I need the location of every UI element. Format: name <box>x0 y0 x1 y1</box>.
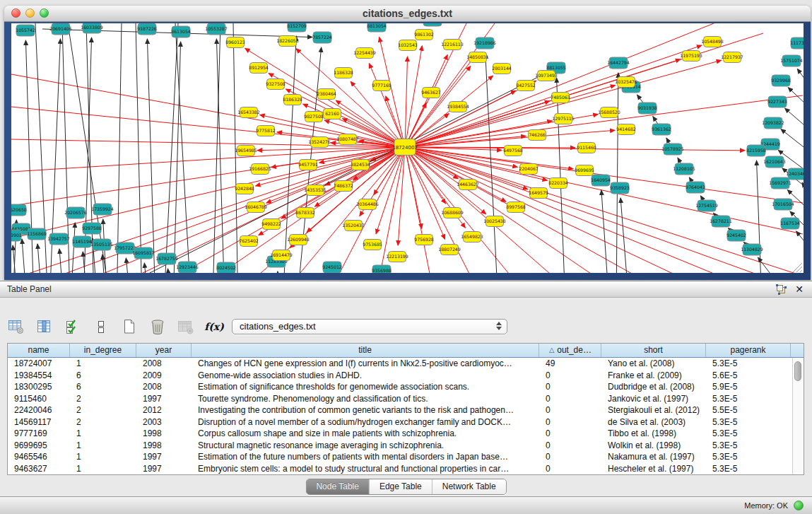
network-node-teal[interactable]: 17359924 <box>91 204 114 215</box>
network-node-teal[interactable]: 9227343 <box>767 96 787 107</box>
column-header-indegree[interactable]: in_degree <box>70 344 136 357</box>
network-node-yellow[interactable]: 18226058 <box>276 36 299 47</box>
network-node-yellow[interactable]: 10973493 <box>535 71 558 81</box>
show-columns-button[interactable] <box>34 317 55 337</box>
network-node-teal[interactable]: 13505135 <box>90 239 113 250</box>
network-node-yellow[interactable]: 1186328 <box>334 68 353 78</box>
network-node-teal[interactable]: 15692971 <box>769 177 792 189</box>
network-node-yellow[interactable]: 13520437 <box>342 221 365 231</box>
network-node-teal[interactable]: 16033809 <box>81 23 103 33</box>
network-node-yellow[interactable]: 9777169 <box>372 81 392 91</box>
network-node-teal[interactable]: 10578925 <box>661 144 684 155</box>
network-node-yellow[interactable]: 9327508 <box>266 79 286 90</box>
network-node-yellow[interactable]: 14850831 <box>466 52 489 63</box>
table-row[interactable]: 1830029562008Estimation of significance … <box>8 381 804 393</box>
delete-table-button[interactable] <box>175 317 196 337</box>
network-node-yellow[interactable]: 10325476 <box>615 77 637 88</box>
network-node-yellow[interactable]: 19384554 <box>447 102 469 112</box>
network-node-teal[interactable]: 9187226 <box>137 23 157 35</box>
network-node-teal[interactable]: 17016504 <box>772 199 794 210</box>
network-node-teal[interactable]: 20206576 <box>64 207 87 218</box>
network-node-yellow[interactable]: 16543382 <box>237 107 260 118</box>
network-node-yellow[interactable]: 16914479 <box>270 250 293 261</box>
network-node-teal[interactable]: 16278211 <box>710 216 732 227</box>
table-row[interactable]: 2242004622012Investigating the contribut… <box>8 404 804 416</box>
network-node-yellow[interactable]: 9457791 <box>298 160 318 170</box>
network-node-yellow[interactable]: 9115460 <box>577 143 596 153</box>
network-node-yellow[interactable]: 62160 <box>324 109 341 119</box>
network-node-yellow[interactable]: 2204067 <box>519 164 539 175</box>
tab-edge-table[interactable]: Edge Table <box>370 479 433 494</box>
network-node-yellow[interactable]: 19166825 <box>249 164 271 175</box>
network-node-teal[interactable]: 12403468 <box>786 168 804 180</box>
column-header-year[interactable]: year <box>136 344 192 357</box>
network-node-yellow[interactable]: 12213199 <box>386 252 408 262</box>
network-node-yellow[interactable]: 8678332 <box>295 208 315 218</box>
network-node-yellow[interactable]: 6497568 <box>503 146 523 156</box>
column-header-pagerank[interactable]: pagerank <box>706 344 791 357</box>
network-node-yellow[interactable]: 1649579 <box>529 188 548 199</box>
network-node-teal[interactable]: 9361362 <box>652 124 671 135</box>
network-node-teal[interactable]: 16442794 <box>607 57 630 69</box>
network-node-teal[interactable]: 9764043 <box>686 182 705 193</box>
network-node-teal[interactable]: 9329968 <box>771 75 791 86</box>
network-node-teal[interactable]: 1055742 <box>16 25 35 36</box>
network-node-yellow[interactable]: 12217937 <box>721 52 743 63</box>
network-node-teal[interactable]: 3313901 <box>11 230 22 241</box>
network-node-yellow[interactable]: 10688609 <box>441 208 464 218</box>
network-node-yellow[interactable]: 7625402 <box>239 236 259 247</box>
network-node-teal[interactable]: 12754519 <box>695 200 718 211</box>
network-node-teal[interactable]: 11304829 <box>741 244 763 255</box>
network-node-yellow[interactable]: 12216113 <box>441 40 464 50</box>
table-mode-button[interactable] <box>6 317 27 337</box>
network-node-teal[interactable]: 2620650 <box>11 204 27 216</box>
network-node-teal[interactable]: 9573239 <box>423 23 442 26</box>
network-node-teal[interactable]: 1167534 <box>780 218 800 229</box>
network-node-teal[interactable]: 1117364 <box>790 37 804 49</box>
network-node-yellow[interactable]: 9498222 <box>261 219 281 230</box>
network-node-teal[interactable]: 16095817 <box>132 247 155 259</box>
network-node-yellow[interactable]: 15688520 <box>598 107 620 118</box>
network-node-yellow[interactable]: 9463627 <box>421 88 441 98</box>
table-row[interactable]: 977716911998Corpus callosum shape and si… <box>8 428 804 440</box>
network-node-yellow[interactable]: 19654985 <box>235 146 257 156</box>
network-node-teal[interactable]: 9245012 <box>322 262 342 273</box>
network-node-teal[interactable]: 16210643 <box>763 156 786 168</box>
network-node-teal[interactable]: 12093822 <box>762 117 784 129</box>
table-row[interactable]: 969969511998Structural magnetic resonanc… <box>8 440 804 452</box>
table-select-dropdown[interactable]: citations_edges.txt <box>232 319 507 334</box>
network-node-yellow[interactable]: 8220334 <box>548 178 568 189</box>
table-row[interactable]: 1456911722003Disruption of a novel membe… <box>8 416 804 428</box>
network-node-yellow[interactable]: 12609948 <box>287 235 310 245</box>
network-canvas[interactable]: 1055742206914061603380991872268613054105… <box>11 23 804 273</box>
tab-node-table[interactable]: Node Table <box>306 479 370 494</box>
network-node-yellow[interactable]: 12975115 <box>552 114 575 124</box>
network-node-teal[interactable]: 9356988 <box>372 265 392 273</box>
network-node-yellow[interactable]: 10548498 <box>701 37 724 47</box>
network-node-yellow[interactable]: 18807249 <box>438 245 461 255</box>
network-node-yellow[interactable]: 7485063 <box>551 93 570 103</box>
network-node-teal[interactable]: 1640954 <box>591 175 611 186</box>
network-node-yellow[interactable]: 9699695 <box>575 165 594 176</box>
network-node-teal[interactable]: 8613054 <box>171 26 191 37</box>
table-row[interactable]: 946362711997Embryonic stem cells: a mode… <box>8 463 804 475</box>
vertical-scrollbar[interactable] <box>792 358 804 474</box>
network-node-yellow[interactable]: 10807487 <box>336 134 359 145</box>
network-node-yellow[interactable]: 9775812 <box>256 126 276 136</box>
network-node-yellow[interactable]: 8997568 <box>506 202 526 213</box>
column-header-name[interactable]: name <box>8 344 70 357</box>
network-node-teal[interactable]: 7857224 <box>312 32 332 43</box>
table-row[interactable]: 1872400712008Changes of HCN gene express… <box>8 358 804 370</box>
table-row[interactable]: 911546021997Tourette syndrome. Phenomeno… <box>8 393 804 405</box>
network-node-yellow[interactable]: 14463627 <box>457 180 479 190</box>
network-node-teal[interactable]: 8024502 <box>216 262 236 273</box>
network-node-teal[interactable]: 16782759 <box>155 253 178 264</box>
table-row[interactable]: 946554611997Estimation of the future num… <box>8 451 804 463</box>
network-node-yellow[interactable]: 14353535 <box>304 185 326 196</box>
network-node-yellow[interactable]: 8960123 <box>225 37 245 48</box>
network-node-yellow[interactable]: 9756928 <box>414 235 434 245</box>
window-titlebar[interactable]: citations_edges.txt <box>4 6 811 22</box>
network-node-teal[interactable]: 8152709 <box>287 23 307 32</box>
resize-grip-icon[interactable] <box>800 270 802 272</box>
close-panel-icon[interactable]: ✕ <box>795 284 804 295</box>
